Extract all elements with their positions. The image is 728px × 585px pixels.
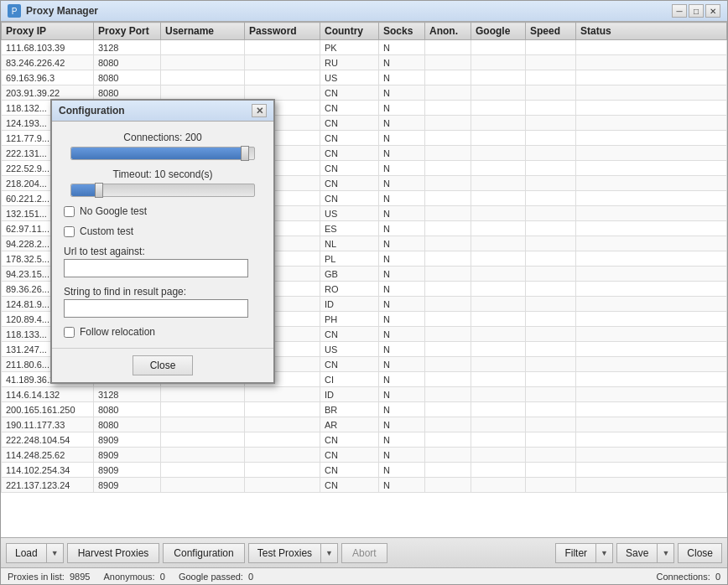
table-header: Proxy IP Proxy Port Username Password Co…	[2, 23, 727, 40]
col-header-port: Proxy Port	[94, 23, 161, 40]
timeout-label: Timeout: 10 second(s)	[113, 168, 213, 180]
dialog-close-btn[interactable]: Close	[133, 355, 194, 375]
table-row[interactable]: 221.137.123.248909CNN	[2, 478, 727, 493]
table-row[interactable]: 111.68.103.393128PKN	[2, 40, 727, 55]
col-header-ip: Proxy IP	[2, 23, 94, 40]
col-header-socks: Socks	[379, 23, 425, 40]
close-window-button[interactable]: ✕	[705, 4, 720, 18]
proxies-count: 9895	[70, 572, 90, 582]
custom-test-checkbox[interactable]	[64, 226, 75, 237]
filter-button[interactable]: Filter	[555, 543, 596, 563]
status-bar: Proxies in list: 9895 Anonymous: 0 Googl…	[1, 567, 727, 584]
cell-status	[576, 251, 727, 267]
cell-google	[471, 146, 526, 161]
cell-google	[471, 463, 526, 478]
cell-country: CN	[320, 161, 379, 176]
cell-google	[471, 40, 526, 55]
test-proxies-button[interactable]: Test Proxies	[248, 543, 321, 563]
connections-track[interactable]	[70, 147, 255, 160]
string-field-group: String to find in result page:	[64, 286, 262, 318]
cell-socks: N	[379, 432, 425, 448]
cell-status	[576, 131, 727, 146]
cell-country: PH	[320, 312, 379, 327]
cell-country: CN	[320, 131, 379, 146]
dialog-title-bar: Configuration ✕	[52, 101, 273, 122]
filter-dropdown[interactable]: ▼	[596, 543, 613, 563]
cell-port: 8080	[94, 402, 161, 417]
title-bar: P Proxy Manager ─ □ ✕	[1, 1, 727, 22]
cell-country: CI	[320, 372, 379, 387]
close-button[interactable]: Close	[678, 543, 722, 563]
cell-anon	[425, 312, 471, 327]
connections-thumb[interactable]	[241, 146, 249, 161]
timeout-slider-row: Timeout: 10 second(s)	[64, 168, 262, 197]
cell-google	[471, 267, 526, 282]
abort-button[interactable]: Abort	[341, 543, 387, 563]
cell-anon	[425, 357, 471, 372]
follow-relocation-checkbox[interactable]	[64, 327, 75, 338]
table-row[interactable]: 114.102.254.348909CNN	[2, 463, 727, 478]
cell-password	[245, 85, 320, 101]
table-row[interactable]: 83.246.226.428080RUN	[2, 55, 727, 70]
cell-google	[471, 478, 526, 493]
table-row[interactable]: 203.91.39.228080CNN	[2, 85, 727, 101]
no-google-label[interactable]: No Google test	[80, 205, 147, 217]
cell-country: RO	[320, 282, 379, 297]
cell-country: PK	[320, 40, 379, 55]
no-google-checkbox[interactable]	[64, 206, 75, 217]
cell-status	[576, 267, 727, 282]
cell-speed	[526, 372, 576, 387]
cell-speed	[526, 176, 576, 191]
table-row[interactable]: 69.163.96.38080USN	[2, 70, 727, 85]
cell-socks: N	[379, 146, 425, 161]
cell-socks: N	[379, 372, 425, 387]
maximize-button[interactable]: □	[689, 4, 704, 18]
test-dropdown[interactable]: ▼	[321, 543, 338, 563]
cell-anon	[425, 282, 471, 297]
custom-test-label[interactable]: Custom test	[80, 225, 133, 237]
cell-ip: 114.102.254.34	[2, 463, 94, 478]
table-row[interactable]: 200.165.161.2508080BRN	[2, 402, 727, 417]
load-dropdown[interactable]: ▼	[47, 543, 64, 563]
table-row[interactable]: 222.248.104.548909CNN	[2, 432, 727, 448]
save-button[interactable]: Save	[616, 543, 658, 563]
configuration-button[interactable]: Configuration	[163, 543, 244, 563]
string-input[interactable]	[64, 299, 248, 318]
timeout-track[interactable]	[70, 184, 255, 197]
dialog-body: Connections: 200 Timeout: 10 second(s) N…	[52, 122, 273, 348]
cell-google	[471, 70, 526, 85]
cell-anon	[425, 372, 471, 387]
table-row[interactable]: 190.11.177.338080ARN	[2, 417, 727, 432]
cell-socks: N	[379, 463, 425, 478]
dialog-close-button[interactable]: ✕	[252, 104, 267, 117]
cell-country: CN	[320, 327, 379, 342]
url-input[interactable]	[64, 259, 248, 277]
minimize-button[interactable]: ─	[672, 4, 687, 18]
cell-password	[245, 417, 320, 432]
table-row[interactable]: 114.6.14.1323128IDN	[2, 387, 727, 402]
cell-speed	[526, 282, 576, 297]
cell-speed	[526, 312, 576, 327]
cell-username	[161, 85, 245, 101]
connections-slider-row: Connections: 200	[64, 132, 262, 160]
cell-speed	[526, 478, 576, 493]
cell-anon	[425, 478, 471, 493]
load-button[interactable]: Load	[6, 543, 47, 563]
cell-country: ID	[320, 297, 379, 312]
cell-status	[576, 146, 727, 161]
cell-socks: N	[379, 85, 425, 101]
cell-socks: N	[379, 70, 425, 85]
cell-google	[471, 402, 526, 417]
timeout-thumb[interactable]	[95, 183, 103, 198]
follow-relocation-row: Follow relocation	[64, 326, 262, 338]
harvest-proxies-button[interactable]: Harvest Proxies	[67, 543, 160, 563]
cell-speed	[526, 432, 576, 448]
follow-relocation-label[interactable]: Follow relocation	[80, 326, 155, 338]
cell-speed	[526, 55, 576, 70]
table-row[interactable]: 114.248.25.628909CNN	[2, 448, 727, 463]
cell-google	[471, 176, 526, 191]
save-dropdown[interactable]: ▼	[658, 543, 674, 563]
cell-speed	[526, 40, 576, 55]
cell-google	[471, 221, 526, 236]
cell-socks: N	[379, 131, 425, 146]
